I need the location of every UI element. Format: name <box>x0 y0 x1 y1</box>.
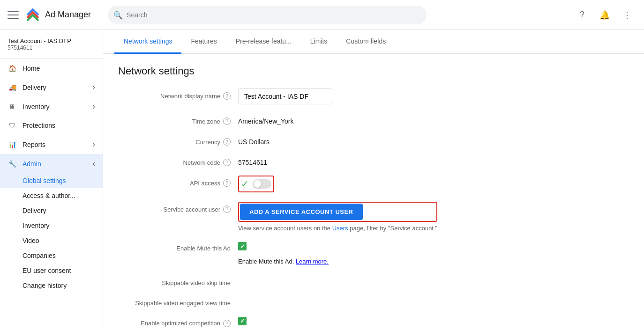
delivery-chevron: › <box>92 82 95 92</box>
main-content: Network settings Features Pre-release fe… <box>103 30 644 330</box>
enable-mute-value: ✓ Enable Mute this Ad. Learn more. <box>238 241 629 266</box>
users-page-link[interactable]: Users <box>332 225 348 232</box>
add-service-account-button[interactable]: ADD A SERVICE ACCOUNT USER <box>240 204 363 220</box>
sidebar-home-label: Home <box>22 65 95 72</box>
delivery-icon: 🚚 <box>7 83 17 92</box>
enable-mute-checkbox-wrap: ✓ <box>238 241 247 250</box>
network-display-name-label: Network display name ? <box>118 88 231 100</box>
network-code-row: Network code ? 57514611 <box>118 155 629 166</box>
sidebar-sub-delivery[interactable]: Delivery <box>0 203 103 218</box>
optimized-competition-label: Enable optimized competition ? <box>118 316 231 327</box>
skippable-skip-row: Skippable video skip time <box>118 276 629 286</box>
timezone-help[interactable]: ? <box>223 117 231 125</box>
enable-mute-learn-link[interactable]: Learn more. <box>296 258 329 265</box>
sidebar-item-admin[interactable]: 🔧 Admin ‹ <box>0 154 103 173</box>
tab-features[interactable]: Features <box>181 30 226 54</box>
currency-label: Currency ? <box>118 134 231 146</box>
reports-chevron: › <box>92 139 95 149</box>
sidebar-item-protections[interactable]: 🛡 Protections <box>0 116 103 135</box>
sidebar-sub-inventory[interactable]: Inventory <box>0 218 103 233</box>
sidebar-sub-delivery-label: Delivery <box>22 207 46 214</box>
sidebar-sub-video[interactable]: Video <box>0 233 103 248</box>
tab-custom-fields[interactable]: Custom fields <box>337 30 395 54</box>
api-access-toggle-wrap: ✓ <box>238 176 274 192</box>
search-input[interactable] <box>108 6 427 24</box>
network-display-name-help[interactable]: ? <box>223 92 231 100</box>
sidebar-sub-video-label: Video <box>22 237 39 244</box>
topbar-actions: ? 🔔 ⋮ <box>573 6 637 24</box>
enable-mute-checkbox[interactable]: ✓ <box>238 242 247 250</box>
service-link-text: View service account users on the Users … <box>238 225 437 232</box>
sidebar-item-delivery[interactable]: 🚚 Delivery › <box>0 78 103 97</box>
tabs-bar: Network settings Features Pre-release fe… <box>103 30 644 54</box>
tab-prerelease[interactable]: Pre-release featu... <box>226 30 301 54</box>
service-account-value: ADD A SERVICE ACCOUNT USER View service … <box>238 202 629 232</box>
api-access-check-icon: ✓ <box>241 178 249 190</box>
account-name: Test Account - IAS DFP <box>7 37 95 44</box>
sidebar-sub-access-label: Access & author... <box>22 192 75 199</box>
sidebar-sub-eu-consent[interactable]: EU user consent <box>0 263 103 278</box>
sidebar-item-home[interactable]: 🏠 Home <box>0 59 103 78</box>
network-display-name-row: Network display name ? <box>118 88 629 104</box>
sidebar-sub-companies[interactable]: Companies <box>0 248 103 263</box>
sidebar-sub-companies-label: Companies <box>22 252 56 259</box>
network-code-label: Network code ? <box>118 155 231 166</box>
sidebar: Test Account - IAS DFP 57514611 🏠 Home 🚚… <box>0 30 103 330</box>
sidebar-sub-change-label: Change history <box>22 282 67 289</box>
app-logo[interactable]: Ad Manager <box>24 7 91 23</box>
optimized-competition-value: ✓ Select to enable optimized competition… <box>238 316 629 330</box>
sidebar-sub-global-settings[interactable]: Global settings <box>0 173 103 188</box>
network-display-name-value <box>238 88 629 104</box>
network-display-name-input[interactable] <box>238 88 332 104</box>
service-account-wrap: ADD A SERVICE ACCOUNT USER View service … <box>238 202 437 232</box>
account-info: Test Account - IAS DFP 57514611 <box>0 30 103 59</box>
currency-help[interactable]: ? <box>223 138 231 146</box>
timezone-label: Time zone ? <box>118 114 231 125</box>
timezone-value: America/New_York <box>238 114 629 125</box>
sidebar-sub-eu-label: EU user consent <box>22 267 71 274</box>
admin-icon: 🔧 <box>7 159 17 169</box>
api-access-value: ✓ <box>238 176 629 192</box>
more-button[interactable]: ⋮ <box>618 6 637 24</box>
inventory-icon: 🖥 <box>7 102 17 111</box>
api-access-toggle[interactable] <box>253 179 271 189</box>
app-title: Ad Manager <box>45 10 91 20</box>
enable-mute-description: Enable Mute this Ad. Learn more. <box>238 257 329 266</box>
account-id: 57514611 <box>7 44 95 51</box>
layout: Test Account - IAS DFP 57514611 🏠 Home 🚚… <box>0 30 644 330</box>
optimized-competition-help[interactable]: ? <box>223 320 231 327</box>
help-button[interactable]: ? <box>573 6 592 24</box>
reports-icon: 📊 <box>7 140 17 149</box>
search-container: 🔍 <box>108 6 427 24</box>
tab-network-settings[interactable]: Network settings <box>114 30 181 54</box>
sidebar-inventory-label: Inventory <box>22 103 87 110</box>
service-account-row: Service account user ? ADD A SERVICE ACC… <box>118 202 629 232</box>
sidebar-item-inventory[interactable]: 🖥 Inventory › <box>0 97 103 116</box>
network-code-help[interactable]: ? <box>223 159 231 166</box>
api-access-row: API access ? ✓ <box>118 176 629 192</box>
page-title: Network settings <box>118 65 629 77</box>
skippable-engaged-label: Skippable video engaged view time <box>118 296 231 307</box>
sidebar-sub-global-label: Global settings <box>22 177 66 184</box>
sidebar-sub-change-history[interactable]: Change history <box>0 278 103 293</box>
sidebar-item-reports[interactable]: 📊 Reports › <box>0 135 103 154</box>
home-icon: 🏠 <box>7 64 17 73</box>
api-access-help[interactable]: ? <box>223 179 231 187</box>
sidebar-sub-access[interactable]: Access & author... <box>0 188 103 203</box>
search-icon: 🔍 <box>113 10 123 19</box>
sidebar-reports-label: Reports <box>22 141 87 148</box>
logo-svg <box>24 7 41 23</box>
timezone-row: Time zone ? America/New_York <box>118 114 629 125</box>
optimized-competition-checkbox[interactable]: ✓ <box>238 317 247 325</box>
skippable-engaged-row: Skippable video engaged view time <box>118 296 629 307</box>
enable-mute-label: Enable Mute this Ad <box>118 241 231 252</box>
api-access-label: API access ? <box>118 176 231 187</box>
tab-limits[interactable]: Limits <box>301 30 337 54</box>
skippable-skip-label: Skippable video skip time <box>118 276 231 286</box>
menu-icon[interactable] <box>7 9 19 21</box>
optimized-competition-row: Enable optimized competition ? ✓ Select … <box>118 316 629 330</box>
notifications-button[interactable]: 🔔 <box>595 6 614 24</box>
service-account-help[interactable]: ? <box>223 205 231 213</box>
inventory-chevron: › <box>92 102 95 111</box>
protections-icon: 🛡 <box>7 121 17 130</box>
